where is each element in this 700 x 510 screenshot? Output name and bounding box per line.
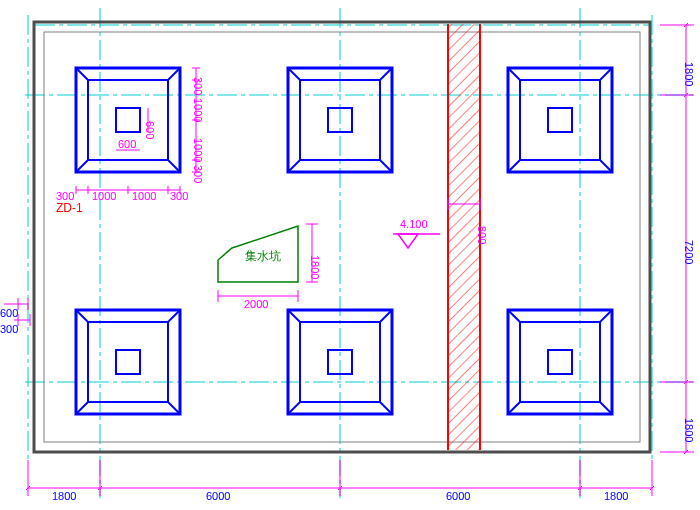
dim-l-600: 600 [0, 307, 18, 319]
dim-b-6000a: 6000 [206, 490, 230, 502]
dim-sump-2000: 2000 [244, 298, 268, 310]
dim-b-6000b: 6000 [446, 490, 470, 502]
dim-800: 800 [476, 226, 488, 244]
dim-r-7200: 7200 [683, 240, 695, 264]
svg-marker-23 [398, 234, 418, 248]
dim-300-v2: 300 [192, 165, 204, 183]
dim-600-w: 600 [118, 138, 136, 150]
dim-r-1800t: 1800 [683, 62, 695, 86]
dim-1000-v2: 1000 [192, 138, 204, 162]
dim-r-1800b: 1800 [683, 418, 695, 442]
svg-rect-18 [44, 32, 640, 442]
dim-300-h1: 300 [56, 190, 74, 202]
elevation-value: 4.100 [400, 218, 428, 230]
dim-1000-v1: 1000 [192, 98, 204, 122]
dim-b-1800l: 1800 [52, 490, 76, 502]
dim-b-1800r: 1800 [604, 490, 628, 502]
dim-right [660, 23, 694, 454]
footings-group [76, 68, 612, 414]
dim-1000-h2: 1000 [132, 190, 156, 202]
dim-sump-1800: 1800 [309, 255, 321, 279]
footing-label-zd1: ZD-1 [56, 201, 83, 215]
dim-1000-h1: 1000 [92, 190, 116, 202]
elevation-marker [393, 234, 440, 248]
dim-600-h: 600 [144, 121, 156, 139]
svg-rect-17 [34, 22, 650, 452]
sump-label: 集水坑 [245, 249, 281, 263]
dim-bottom [26, 460, 654, 496]
dim-300-h2: 300 [170, 190, 188, 202]
dim-l-300: 300 [0, 323, 18, 335]
grid-lines [25, 8, 695, 498]
outer-wall [34, 22, 650, 452]
dim-300-v1: 300 [192, 77, 204, 95]
